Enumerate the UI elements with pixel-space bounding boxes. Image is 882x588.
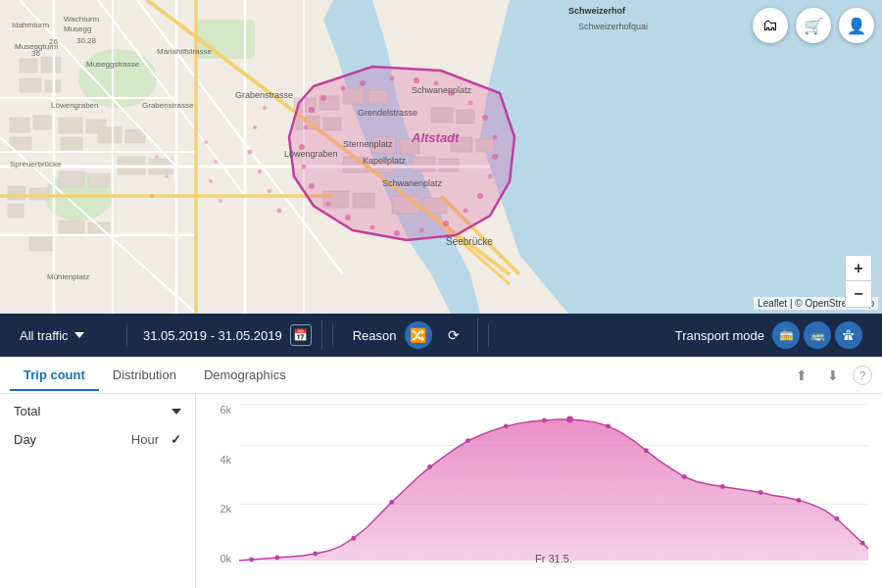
user-button[interactable]: 👤 bbox=[839, 8, 874, 43]
calendar-icon[interactable]: 📅 bbox=[290, 324, 312, 346]
svg-point-101 bbox=[219, 199, 222, 203]
svg-point-137 bbox=[542, 417, 547, 422]
svg-point-138 bbox=[566, 416, 573, 422]
svg-point-135 bbox=[466, 438, 470, 443]
map-container: Altstadt Grendelstrasse Schwanenplatz Ka… bbox=[0, 0, 882, 314]
svg-text:Museggstrasse: Museggstrasse bbox=[86, 60, 140, 69]
svg-point-141 bbox=[682, 474, 687, 479]
svg-rect-14 bbox=[29, 188, 49, 200]
y-label-4k: 4k bbox=[220, 454, 231, 466]
svg-point-76 bbox=[493, 135, 498, 140]
svg-point-92 bbox=[263, 106, 267, 110]
svg-point-84 bbox=[370, 225, 375, 230]
hour-check-icon: ✓ bbox=[171, 432, 181, 447]
reason-icon-inactive[interactable]: ⟳ bbox=[440, 321, 467, 349]
svg-point-85 bbox=[345, 215, 351, 220]
total-label: Total bbox=[14, 404, 40, 418]
transport-icons: 🚋 🚌 🛣 bbox=[772, 321, 862, 349]
svg-point-99 bbox=[214, 160, 218, 164]
svg-point-144 bbox=[797, 498, 802, 503]
svg-point-130 bbox=[274, 556, 279, 561]
content-area: Total Day Hour ✓ 0k 2k 4k 6k bbox=[0, 394, 882, 588]
svg-point-79 bbox=[477, 193, 483, 199]
svg-point-67 bbox=[320, 95, 326, 101]
tab-actions: ⬆ ⬇ ? bbox=[790, 364, 872, 387]
hour-button[interactable]: Hour bbox=[127, 430, 163, 449]
chart-inner: Fr 31.5. bbox=[239, 404, 868, 564]
svg-rect-24 bbox=[88, 173, 110, 187]
svg-rect-27 bbox=[29, 235, 53, 251]
svg-text:Sternenplatz: Sternenplatz bbox=[343, 139, 393, 149]
svg-point-143 bbox=[759, 490, 763, 495]
total-chevron-icon[interactable] bbox=[172, 409, 181, 415]
date-selector[interactable]: 31.05.2019 - 31.05.2019 📅 bbox=[133, 320, 322, 350]
svg-point-132 bbox=[351, 536, 356, 541]
svg-text:26: 26 bbox=[49, 37, 58, 46]
svg-text:36: 36 bbox=[31, 49, 40, 58]
reason-icon-active[interactable]: 🔀 bbox=[405, 321, 432, 349]
zoom-out-button[interactable]: − bbox=[846, 281, 871, 307]
traffic-chevron-icon bbox=[74, 332, 84, 338]
svg-rect-16 bbox=[59, 118, 82, 133]
svg-text:Mariahilfstrasse: Mariahilfstrasse bbox=[157, 47, 213, 56]
reason-label: Reason bbox=[353, 328, 397, 343]
upload-icon[interactable]: ⬆ bbox=[790, 364, 813, 387]
tab-distribution[interactable]: Distribution bbox=[99, 360, 190, 390]
svg-point-104 bbox=[150, 194, 154, 198]
transport-label: Transport mode bbox=[675, 328, 764, 343]
svg-point-94 bbox=[248, 150, 253, 155]
left-panel: Total Day Hour ✓ bbox=[0, 394, 196, 588]
svg-text:Schweizerhof: Schweizerhof bbox=[568, 6, 626, 16]
traffic-label: All traffic bbox=[20, 328, 69, 343]
zoom-in-button[interactable]: + bbox=[846, 256, 871, 281]
svg-point-102 bbox=[155, 155, 159, 159]
svg-point-68 bbox=[341, 86, 346, 91]
svg-text:Schwanenplatz: Schwanenplatz bbox=[412, 85, 472, 95]
svg-point-91 bbox=[309, 107, 315, 113]
tab-trip-count[interactable]: Trip count bbox=[10, 360, 99, 390]
svg-point-139 bbox=[606, 423, 611, 428]
date-range-label: 31.05.2019 - 31.05.2019 bbox=[143, 328, 282, 343]
svg-point-129 bbox=[249, 558, 254, 563]
cart-button[interactable]: 🛒 bbox=[796, 8, 831, 43]
reason-selector[interactable]: Reason 🔀 ⟳ bbox=[343, 318, 478, 353]
tab-demographics[interactable]: Demographics bbox=[190, 360, 300, 390]
layers-button[interactable]: 🗂 bbox=[753, 8, 788, 43]
transport-highway-icon[interactable]: 🛣 bbox=[835, 321, 862, 349]
svg-point-146 bbox=[860, 541, 865, 546]
svg-point-87 bbox=[309, 183, 315, 189]
svg-point-97 bbox=[277, 209, 282, 214]
svg-point-140 bbox=[644, 448, 649, 453]
svg-point-133 bbox=[389, 500, 394, 505]
svg-text:Musegg: Musegg bbox=[64, 24, 91, 33]
svg-text:Mühlenplatz: Mühlenplatz bbox=[47, 272, 89, 281]
analytics-panel: Trip count Distribution Demographics ⬆ ⬇… bbox=[0, 357, 882, 588]
y-label-2k: 2k bbox=[220, 503, 231, 514]
svg-point-93 bbox=[253, 125, 257, 129]
y-label-0k: 0k bbox=[220, 553, 231, 564]
chart-area: 0k 2k 4k 6k bbox=[196, 394, 882, 588]
info-icon[interactable]: ? bbox=[853, 366, 872, 385]
svg-point-83 bbox=[394, 230, 400, 236]
traffic-selector[interactable]: All traffic bbox=[10, 324, 127, 347]
transport-bus-icon[interactable]: 🚌 bbox=[804, 321, 831, 349]
svg-point-95 bbox=[258, 170, 262, 173]
svg-text:Wachturm: Wachturm bbox=[64, 15, 99, 24]
svg-rect-13 bbox=[8, 186, 25, 200]
transport-train-icon[interactable]: 🚋 bbox=[772, 321, 800, 349]
svg-marker-1 bbox=[480, 0, 882, 314]
svg-point-145 bbox=[834, 516, 839, 521]
svg-point-75 bbox=[482, 115, 488, 121]
x-axis-label: Fr 31.5. bbox=[535, 553, 572, 564]
download-icon[interactable]: ⬇ bbox=[821, 364, 845, 387]
svg-rect-18 bbox=[61, 137, 82, 150]
time-buttons: Hour ✓ bbox=[127, 430, 181, 449]
y-label-6k: 6k bbox=[220, 404, 231, 416]
svg-point-81 bbox=[443, 220, 449, 226]
svg-text:Grabenstrasse: Grabenstrasse bbox=[142, 101, 194, 110]
svg-text:Löwengraben: Löwengraben bbox=[51, 101, 98, 110]
svg-rect-8 bbox=[20, 78, 41, 92]
svg-point-96 bbox=[268, 189, 271, 193]
svg-point-71 bbox=[414, 77, 419, 83]
svg-text:Löwengraben: Löwengraben bbox=[284, 149, 338, 159]
